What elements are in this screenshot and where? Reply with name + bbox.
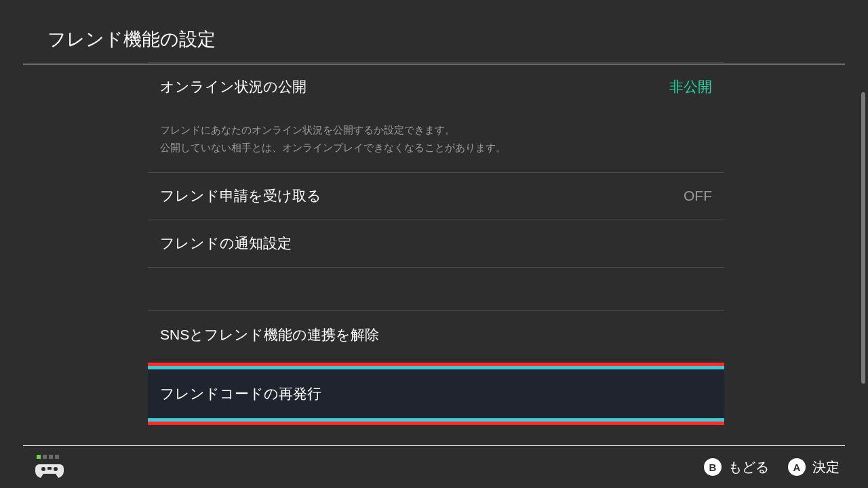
hint-label: もどる	[728, 458, 769, 476]
step-dot	[55, 455, 59, 459]
highlight-red-ring: フレンドコードの再発行	[148, 363, 724, 425]
setting-friend-notifications[interactable]: フレンドの通知設定	[148, 220, 724, 268]
footer-left	[35, 455, 64, 479]
controller-icon	[35, 462, 64, 479]
svg-point-1	[54, 467, 58, 471]
step-dot	[49, 455, 53, 459]
setting-friend-requests[interactable]: フレンド申請を受け取る OFF	[148, 173, 724, 220]
setting-sns-unlink[interactable]: SNSとフレンド機能の連携を解除	[148, 311, 724, 359]
scrollbar[interactable]	[861, 62, 865, 442]
hint-back[interactable]: B もどる	[704, 458, 769, 476]
b-button-icon: B	[704, 458, 722, 476]
setting-reissue-desc: あなたのフレンドコードを変更します。	[148, 429, 724, 439]
hint-ok[interactable]: A 決定	[788, 458, 840, 476]
setting-label: フレンドコードの再発行	[160, 384, 712, 403]
step-dot	[37, 455, 41, 459]
player-indicator	[37, 455, 59, 459]
desc-line: 公開していない相手とは、オンラインプレイできなくなることがあります。	[160, 139, 712, 157]
svg-rect-2	[47, 467, 52, 470]
footer-bar: B もどる A 決定	[0, 446, 868, 488]
setting-online-status-desc: フレンドにあなたのオンライン状況を公開するか設定できます。 公開していない相手と…	[148, 110, 724, 173]
setting-value: 非公開	[669, 77, 712, 96]
desc-line: あなたのフレンドコードを変更します。	[160, 436, 712, 439]
desc-line: フレンドにあなたのオンライン状況を公開するか設定できます。	[160, 121, 712, 139]
setting-label: フレンド申請を受け取る	[160, 186, 321, 205]
settings-content: オンライン状況の公開 非公開 フレンドにあなたのオンライン状況を公開するか設定で…	[148, 62, 724, 438]
highlight-annotation: フレンドコードの再発行	[148, 359, 724, 429]
setting-label: フレンドの通知設定	[160, 234, 292, 253]
page-title: フレンド機能の設定	[47, 27, 868, 52]
a-button-icon: A	[788, 458, 806, 476]
setting-label: SNSとフレンド機能の連携を解除	[160, 325, 379, 344]
setting-reissue-friend-code[interactable]: フレンドコードの再発行	[148, 366, 724, 422]
svg-point-0	[41, 467, 45, 471]
step-dot	[43, 455, 47, 459]
setting-online-status[interactable]: オンライン状況の公開 非公開	[148, 63, 724, 110]
footer-hints: B もどる A 決定	[704, 458, 840, 476]
scrollbar-thumb[interactable]	[861, 92, 865, 384]
section-gap	[148, 268, 724, 311]
setting-label: オンライン状況の公開	[160, 77, 307, 96]
page-header: フレンド機能の設定	[0, 0, 868, 64]
setting-value: OFF	[684, 188, 712, 204]
hint-label: 決定	[812, 458, 840, 476]
